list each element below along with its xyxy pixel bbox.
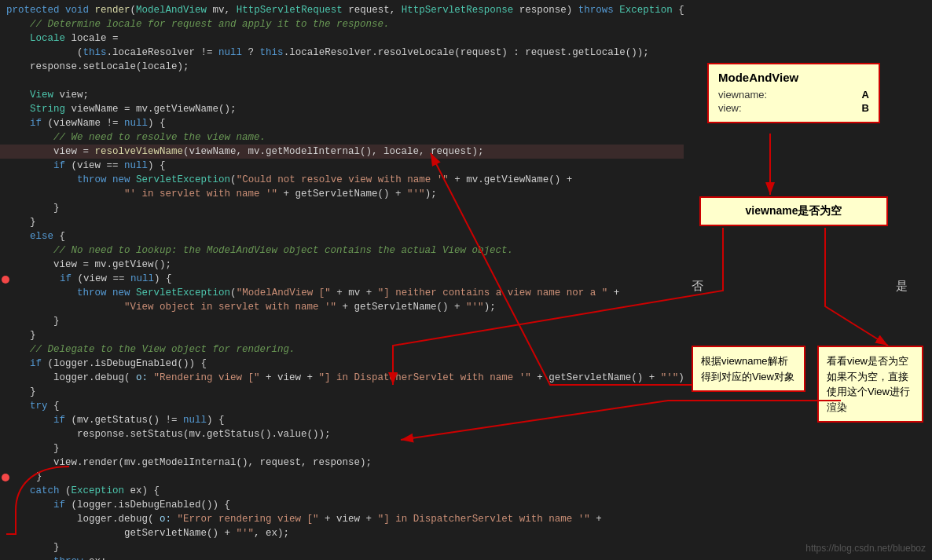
code-text-21: throw new ServletException("ModelAndView… (0, 286, 619, 300)
code-line-33: view.render(mv.getModelInternal(), reque… (0, 456, 684, 470)
code-line-23: } (0, 314, 684, 328)
code-text-28: } (0, 385, 36, 399)
code-line-10: // We need to resolve the view name. (0, 130, 684, 145)
code-text-29: try { (0, 399, 60, 413)
code-text-26: if (logger.isDebugEnabled()) { (0, 357, 207, 371)
code-line-32: } (0, 441, 684, 456)
code-text-24: } (0, 328, 36, 342)
code-text-20: if (view == null) { (0, 272, 172, 286)
code-line-40: throw ex; (0, 555, 684, 560)
code-text-31: response.setStatus(mv.getStatus().value(… (0, 427, 331, 441)
code-line-6 (0, 74, 684, 88)
code-line-29: try { (0, 399, 684, 413)
code-line-37: logger.debug( o: "Error rendering view [… (0, 512, 684, 526)
code-line-9: if (viewName != null) { (0, 116, 684, 130)
modeandview-view-row: view: B (718, 102, 869, 114)
code-text-7: View view; (0, 88, 89, 102)
code-text-4: (this.localeResolver != null ? this.loca… (0, 46, 649, 60)
code-text-40: throw ex; (0, 555, 107, 560)
code-text-27: logger.debug( o: "Rendering view [" + vi… (0, 371, 684, 385)
code-line-27: logger.debug( o: "Rendering view [" + vi… (0, 371, 684, 385)
code-text-38: getServletName() + "'", ex); (0, 526, 289, 540)
code-text-30: if (mv.getStatus() != null) { (0, 413, 225, 427)
box-parse-text: 根据viewname解析得到对应的View对象 (701, 355, 794, 382)
code-line-11: view = resolveViewName(viewName, mv.getM… (0, 145, 684, 159)
code-line-7: View view; (0, 88, 684, 102)
code-text-2: // Determine locale for request and appl… (0, 17, 390, 31)
code-text-10: // We need to resolve the view name. (0, 130, 266, 145)
code-text-22: "View object in servlet with name '" + g… (0, 300, 496, 314)
code-line-19: view = mv.getView(); (0, 258, 684, 272)
view-label: view: (718, 102, 742, 114)
code-line-26: if (logger.isDebugEnabled()) { (0, 357, 684, 371)
code-line-1: protected void render(ModelAndView mv, H… (0, 3, 684, 17)
code-line-39: } (0, 540, 684, 555)
code-text-32: } (0, 441, 60, 456)
label-yes: 是 (896, 279, 908, 294)
code-text-3: Locale locale = (0, 31, 119, 46)
box-view-render: 看看view是否为空如果不为空，直接使用这个View进行渲染 (817, 346, 923, 423)
watermark: https://blog.csdn.net/blueboz (805, 543, 926, 554)
code-line-31: response.setStatus(mv.getStatus().value(… (0, 427, 684, 441)
code-text-11: view = resolveViewName(viewName, mv.getM… (0, 145, 484, 159)
code-text-17: else { (0, 229, 65, 243)
code-text-35: catch (Exception ex) { (0, 484, 160, 498)
code-line-5: response.setLocale(locale); (0, 60, 684, 74)
code-line-24: } (0, 328, 684, 342)
code-text-5: response.setLocale(locale); (0, 60, 189, 74)
modeandview-viewname-row: viewname: A (718, 89, 869, 101)
code-text-23: } (0, 314, 60, 328)
code-line-3: Locale locale = (0, 31, 684, 46)
viewname-label: viewname: (718, 89, 767, 101)
code-line-25: // Delegate to the View object for rende… (0, 342, 684, 357)
code-line-36: if (logger.isDebugEnabled()) { (0, 498, 684, 512)
code-line-34: } (0, 470, 684, 484)
viewname-val: A (862, 89, 869, 101)
code-text-1: protected void render(ModelAndView mv, H… (0, 3, 684, 17)
code-text-9: if (viewName != null) { (0, 116, 166, 130)
code-line-35: catch (Exception ex) { (0, 484, 684, 498)
modeandview-title: ModeAndView (718, 71, 869, 84)
code-text-19: view = mv.getView(); (0, 258, 171, 272)
code-area: protected void render(ModelAndView mv, H… (0, 0, 684, 560)
code-line-8: String viewName = mv.getViewName(); (0, 102, 684, 116)
code-line-28: } (0, 385, 684, 399)
code-line-17: else { (0, 229, 684, 243)
box-modeandview: ModeAndView viewname: A view: B (707, 63, 880, 123)
code-text-36: if (logger.isDebugEnabled()) { (0, 498, 230, 512)
code-line-15: } (0, 201, 684, 215)
red-dot-2 (2, 474, 9, 481)
code-text-25: // Delegate to the View object for rende… (0, 342, 295, 357)
code-line-16: } (0, 215, 684, 229)
code-line-14: "' in servlet with name '" + getServletN… (0, 187, 684, 201)
code-line-12: if (view == null) { (0, 159, 684, 173)
code-line-2: // Determine locale for request and appl… (0, 17, 684, 31)
view-val: B (862, 102, 869, 114)
code-text-16: } (0, 215, 36, 229)
annotation-area: ModeAndView viewname: A view: B viewname… (684, 0, 932, 560)
code-text-13: throw new ServletException("Could not re… (0, 173, 572, 187)
code-line-22: "View object in servlet with name '" + g… (0, 300, 684, 314)
box-render-text: 看看view是否为空如果不为空，直接使用这个View进行渲染 (827, 355, 910, 413)
box-viewname-parse: 根据viewname解析得到对应的View对象 (692, 346, 805, 392)
label-no: 否 (692, 279, 703, 294)
code-text-18: // No need to lookup: the ModelAndView o… (0, 243, 513, 258)
code-text-37: logger.debug( o: "Error rendering view [… (0, 512, 602, 526)
code-text-33: view.render(mv.getModelInternal(), reque… (0, 456, 372, 470)
code-line-21: throw new ServletException("ModelAndView… (0, 286, 684, 300)
code-text-12: if (view == null) { (0, 159, 166, 173)
code-text-15: } (0, 201, 60, 215)
code-line-13: throw new ServletException("Could not re… (0, 173, 684, 187)
red-dot-1 (2, 276, 9, 284)
box-viewname-check: viewname是否为空 (699, 196, 888, 226)
code-line-20: if (view == null) { (0, 272, 684, 286)
code-text-39: } (0, 540, 60, 555)
code-line-4: (this.localeResolver != null ? this.loca… (0, 46, 684, 60)
code-line-38: getServletName() + "'", ex); (0, 526, 684, 540)
code-text-6 (0, 74, 13, 88)
code-line-18: // No need to lookup: the ModelAndView o… (0, 243, 684, 258)
code-text-14: "' in servlet with name '" + getServletN… (0, 187, 437, 201)
code-text-8: String viewName = mv.getViewName(); (0, 102, 237, 116)
code-line-30: if (mv.getStatus() != null) { (0, 413, 684, 427)
diamond-label: viewname是否为空 (746, 204, 842, 217)
